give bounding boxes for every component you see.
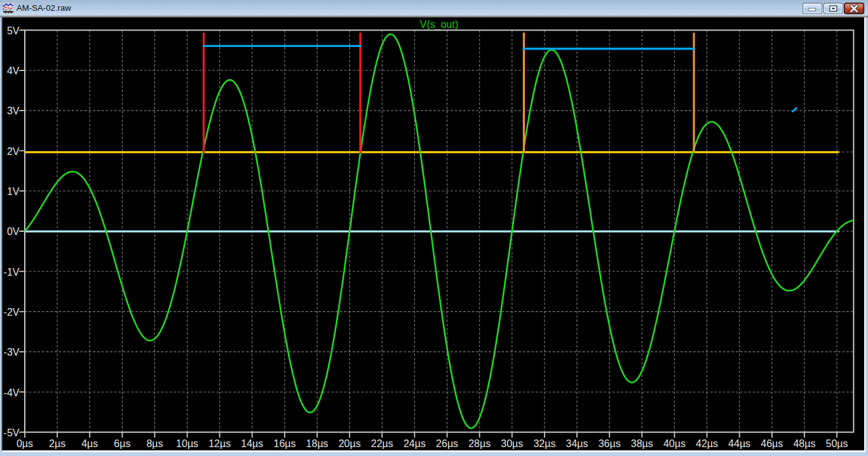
svg-text:14µs: 14µs [241, 438, 263, 449]
svg-text:6µs: 6µs [114, 438, 130, 449]
svg-text:5V: 5V [7, 25, 20, 36]
svg-text:V(s_out): V(s_out) [420, 19, 458, 30]
svg-text:-1V: -1V [4, 267, 20, 278]
svg-text:AM-SA-02.raw: AM-SA-02.raw [17, 3, 71, 13]
svg-text:22µs: 22µs [371, 438, 393, 449]
svg-text:42µs: 42µs [696, 438, 718, 449]
svg-text:16µs: 16µs [273, 438, 295, 449]
svg-text:2V: 2V [7, 146, 20, 157]
svg-text:40µs: 40µs [663, 438, 686, 449]
svg-text:18µs: 18µs [306, 438, 329, 449]
svg-text:46µs: 46µs [761, 438, 783, 449]
svg-text:3V: 3V [7, 105, 20, 116]
svg-text:2µs: 2µs [49, 438, 65, 449]
svg-text:0V: 0V [7, 226, 20, 237]
svg-text:0µs: 0µs [17, 438, 33, 449]
svg-text:-2V: -2V [4, 307, 20, 318]
svg-text:4µs: 4µs [81, 438, 98, 449]
svg-text:32µs: 32µs [533, 438, 555, 449]
svg-text:20µs: 20µs [339, 438, 361, 449]
svg-text:34µs: 34µs [566, 438, 588, 449]
svg-text:12µs: 12µs [208, 438, 231, 449]
svg-text:38µs: 38µs [631, 438, 653, 449]
svg-text:44µs: 44µs [728, 438, 750, 449]
svg-text:26µs: 26µs [436, 438, 458, 449]
svg-text:24µs: 24µs [403, 438, 426, 449]
svg-text:36µs: 36µs [599, 438, 621, 449]
svg-text:10µs: 10µs [176, 438, 198, 449]
svg-text:50µs: 50µs [825, 438, 848, 449]
svg-text:48µs: 48µs [793, 438, 815, 449]
svg-text:28µs: 28µs [468, 438, 491, 449]
svg-text:-4V: -4V [4, 387, 20, 398]
svg-text:4V: 4V [7, 65, 20, 76]
svg-text:-5V: -5V [4, 427, 20, 438]
svg-text:-3V: -3V [4, 347, 20, 358]
svg-text:1V: 1V [7, 186, 20, 197]
svg-text:30µs: 30µs [501, 438, 523, 449]
svg-text:8µs: 8µs [146, 438, 163, 449]
